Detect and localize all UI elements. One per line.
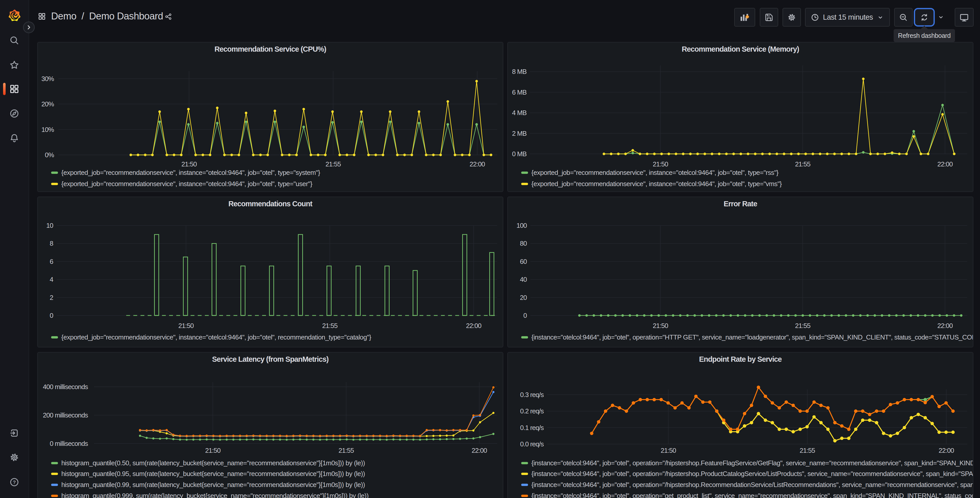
- svg-text:20: 20: [520, 294, 527, 302]
- svg-text:21:50: 21:50: [205, 447, 221, 454]
- svg-text:200 milliseconds: 200 milliseconds: [43, 411, 88, 419]
- svg-text:8: 8: [50, 239, 53, 247]
- svg-text:21:55: 21:55: [326, 160, 341, 168]
- svg-text:21:50: 21:50: [653, 160, 668, 168]
- svg-text:22:00: 22:00: [937, 160, 953, 168]
- svg-text:4: 4: [50, 276, 53, 283]
- svg-text:21:55: 21:55: [795, 160, 811, 168]
- svg-text:0.2 req/s: 0.2 req/s: [520, 407, 544, 415]
- svg-text:0%: 0%: [45, 151, 54, 159]
- svg-text:0 milliseconds: 0 milliseconds: [50, 440, 88, 447]
- svg-text:2: 2: [50, 294, 53, 302]
- svg-text:22:00: 22:00: [939, 447, 954, 454]
- svg-text:10%: 10%: [41, 126, 54, 134]
- svg-text:21:50: 21:50: [181, 160, 197, 168]
- svg-text:0.1 req/s: 0.1 req/s: [520, 424, 544, 431]
- svg-text:22:00: 22:00: [472, 447, 487, 454]
- svg-text:4 MB: 4 MB: [512, 109, 527, 117]
- svg-text:30%: 30%: [41, 75, 54, 83]
- svg-text:8 MB: 8 MB: [512, 68, 527, 75]
- svg-text:0: 0: [523, 312, 527, 319]
- svg-text:10: 10: [46, 222, 53, 229]
- svg-text:0 MB: 0 MB: [512, 150, 527, 158]
- svg-text:0: 0: [50, 312, 53, 319]
- svg-text:22:00: 22:00: [937, 322, 953, 330]
- svg-text:6: 6: [50, 258, 53, 265]
- svg-text:100: 100: [517, 222, 527, 229]
- svg-text:400 milliseconds: 400 milliseconds: [43, 383, 88, 391]
- svg-text:21:50: 21:50: [178, 322, 194, 330]
- svg-text:21:55: 21:55: [339, 447, 354, 454]
- svg-text:2 MB: 2 MB: [512, 129, 527, 137]
- svg-text:20%: 20%: [41, 100, 54, 108]
- svg-text:?: ?: [13, 480, 16, 485]
- svg-text:80: 80: [520, 239, 527, 247]
- svg-text:40: 40: [520, 276, 527, 283]
- svg-text:0.3 req/s: 0.3 req/s: [520, 391, 544, 399]
- svg-text:22:00: 22:00: [469, 160, 485, 168]
- svg-text:21:55: 21:55: [322, 322, 338, 330]
- svg-text:22:00: 22:00: [466, 322, 482, 330]
- svg-text:21:50: 21:50: [661, 447, 676, 454]
- svg-text:0.0 req/s: 0.0 req/s: [520, 440, 544, 448]
- svg-text:21:55: 21:55: [795, 322, 811, 330]
- svg-text:21:55: 21:55: [800, 447, 815, 454]
- svg-text:21:50: 21:50: [653, 322, 668, 330]
- svg-text:6 MB: 6 MB: [512, 88, 527, 96]
- svg-text:60: 60: [520, 258, 527, 265]
